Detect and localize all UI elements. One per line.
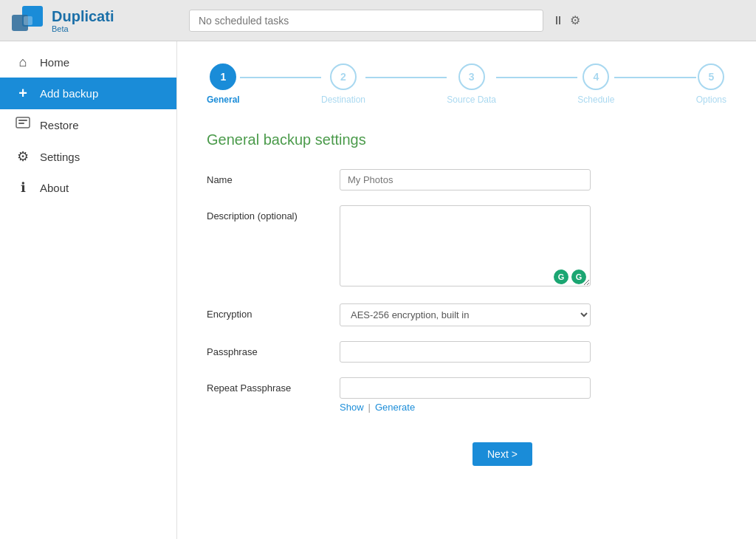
app-title: Duplicati [52, 8, 114, 24]
step-3: 3 Source Data [447, 63, 496, 105]
repeat-passphrase-control: Show | Generate [340, 377, 591, 413]
repeat-passphrase-input[interactable] [340, 377, 591, 399]
step-4: 4 Schedule [577, 63, 614, 105]
description-row: Description (optional) G G [207, 205, 726, 289]
encryption-row: Encryption AES-256 encryption, built in … [207, 303, 726, 326]
form-links: Show | Generate [340, 402, 591, 413]
svg-rect-4 [18, 120, 27, 121]
main-layout: ⌂ Home + Add backup Restore ⚙ Settings ℹ… [0, 41, 756, 539]
content-area: 1 General 2 Destination 3 Source Data [177, 41, 756, 539]
form-title: General backup settings [207, 131, 726, 148]
name-control [340, 169, 591, 190]
sidebar-item-restore[interactable]: Restore [0, 109, 176, 141]
sidebar-item-add-backup[interactable]: + Add backup [0, 78, 176, 109]
search-input[interactable] [189, 10, 543, 32]
step-circle-5: 5 [698, 63, 724, 90]
home-icon: ⌂ [15, 55, 31, 70]
repeat-passphrase-label: Repeat Passphrase [207, 377, 340, 394]
encryption-control: AES-256 encryption, built in No encrypti… [340, 303, 591, 326]
sidebar-label-settings: Settings [40, 151, 80, 163]
description-control: G G [340, 205, 591, 289]
settings-icon: ⚙ [15, 148, 31, 165]
sidebar-item-settings[interactable]: ⚙ Settings [0, 141, 176, 172]
step-label-5: Options [696, 95, 726, 105]
logo-icon [12, 6, 44, 35]
logo-area: Duplicati Beta [12, 6, 189, 35]
textarea-wrapper: G G [340, 205, 591, 289]
header-search[interactable] [189, 10, 543, 32]
sidebar-item-about[interactable]: ℹ About [0, 172, 176, 203]
step-circle-4: 4 [583, 63, 609, 90]
header-icons: ⏸ ⚙ [552, 13, 580, 27]
connector-2-3 [365, 77, 447, 78]
step-label-3: Source Data [447, 95, 496, 105]
name-label: Name [207, 169, 340, 185]
passphrase-row: Passphrase [207, 341, 726, 363]
sidebar-label-add-backup: Add backup [40, 87, 98, 100]
svg-rect-5 [18, 123, 24, 124]
link-separator: | [368, 402, 371, 413]
connector-3-4 [496, 77, 577, 78]
sidebar-label-home: Home [40, 56, 69, 69]
step-2: 2 Destination [321, 63, 365, 105]
encryption-label: Encryption [207, 303, 340, 320]
step-label-1: General [207, 95, 240, 105]
show-link[interactable]: Show [340, 402, 364, 413]
step-circle-3: 3 [458, 63, 485, 90]
connector-4-5 [614, 77, 695, 78]
passphrase-label: Passphrase [207, 341, 340, 357]
step-circle-2: 2 [330, 63, 357, 90]
add-icon: + [15, 85, 31, 102]
sidebar-item-home[interactable]: ⌂ Home [0, 47, 176, 78]
restore-icon [15, 117, 31, 134]
step-5: 5 Options [696, 63, 726, 105]
passphrase-input[interactable] [340, 341, 591, 363]
step-1: 1 General [207, 63, 240, 105]
stepper: 1 General 2 Destination 3 Source Data [207, 63, 726, 105]
description-label: Description (optional) [207, 205, 340, 222]
textarea-icons: G G [554, 270, 586, 284]
grammarly-g-icon: G [554, 270, 568, 284]
sidebar-label-about: About [40, 182, 69, 194]
step-label-2: Destination [321, 95, 365, 105]
repeat-passphrase-row: Repeat Passphrase Show | Generate [207, 377, 726, 413]
pause-icon[interactable]: ⏸ [552, 14, 564, 27]
description-textarea[interactable] [340, 205, 591, 286]
next-button-row: Next > [207, 428, 726, 466]
step-circle-1: 1 [210, 63, 236, 90]
header: Duplicati Beta ⏸ ⚙ [0, 0, 756, 41]
name-input[interactable] [340, 169, 591, 190]
info-icon: ℹ [15, 179, 31, 196]
step-label-4: Schedule [577, 95, 614, 105]
svg-rect-2 [24, 16, 32, 25]
encryption-select[interactable]: AES-256 encryption, built in No encrypti… [340, 303, 591, 326]
activity-icon[interactable]: ⚙ [570, 13, 580, 27]
connector-1-2 [240, 77, 321, 78]
next-button[interactable]: Next > [472, 442, 532, 466]
sidebar-label-restore: Restore [40, 119, 79, 131]
passphrase-control [340, 341, 591, 363]
sidebar: ⌂ Home + Add backup Restore ⚙ Settings ℹ… [0, 41, 177, 539]
app-beta: Beta [52, 24, 114, 33]
logo-text: Duplicati Beta [52, 8, 114, 33]
grammarly-icon: G [571, 270, 586, 284]
generate-link[interactable]: Generate [375, 402, 415, 413]
name-row: Name [207, 169, 726, 190]
